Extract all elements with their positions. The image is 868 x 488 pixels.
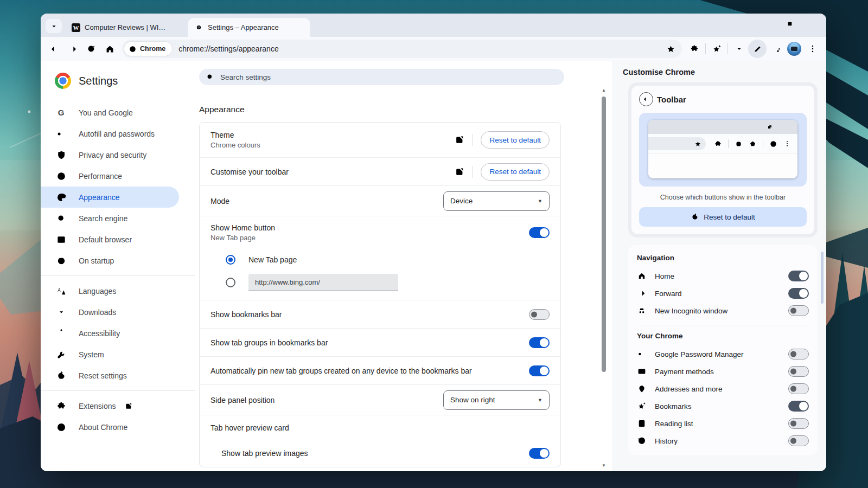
panel-back-button[interactable] <box>639 92 653 106</box>
radio-new-tab-page[interactable] <box>226 255 235 265</box>
incognito-toggle[interactable] <box>788 305 809 316</box>
browser-toolbar: Chrome chrome://settings/appearance <box>41 37 826 61</box>
search-settings-input[interactable] <box>219 73 558 82</box>
side-panel-position-select[interactable]: Show on right ▼ <box>443 390 550 410</box>
tab-settings[interactable]: Settings – Appearance <box>188 18 310 37</box>
menu-kebab-icon[interactable] <box>803 40 822 58</box>
url-text[interactable]: chrome://settings/appearance <box>178 44 666 53</box>
theme-title: Theme <box>210 131 446 139</box>
tab-search-button[interactable] <box>46 19 62 33</box>
panel-row-label: Home <box>655 272 780 280</box>
tab-close-icon[interactable] <box>295 23 305 33</box>
home-button[interactable] <box>100 40 119 58</box>
pentagon-icon <box>749 140 757 148</box>
search-settings-bar[interactable] <box>199 69 564 85</box>
reading-list-toggle[interactable] <box>788 418 809 429</box>
radio-label: New Tab page <box>248 255 297 264</box>
customize-chrome-pencil-icon[interactable] <box>748 40 767 58</box>
panel-reset-button[interactable]: Reset to default <box>639 207 807 227</box>
panel-row-label: Bookmarks <box>655 402 780 410</box>
panel-row-label: Addresses and more <box>655 385 780 393</box>
sidebar-item-performance[interactable]: Performance <box>41 165 195 187</box>
panel-close-icon[interactable] <box>806 68 814 76</box>
address-bar[interactable]: Chrome chrome://settings/appearance <box>122 40 682 58</box>
password-manager-toggle[interactable] <box>788 349 809 359</box>
new-tab-page-option[interactable]: New Tab page <box>200 249 560 271</box>
mini-browser-preview <box>648 120 797 178</box>
history-toggle[interactable] <box>788 435 809 446</box>
maximize-button[interactable] <box>777 14 802 34</box>
scrollbar-thumb[interactable] <box>602 97 606 372</box>
sidebar-item-privacy[interactable]: Privacy and security <box>41 144 195 165</box>
sidebar-item-downloads[interactable]: Downloads <box>41 301 195 323</box>
site-chip[interactable]: Chrome <box>124 42 172 56</box>
forward-button[interactable] <box>63 40 82 58</box>
sidebar-item-label: System <box>79 350 104 359</box>
sidebar-item-autofill[interactable]: Autofill and passwords <box>41 123 195 144</box>
your-chrome-section-title: Your Chrome <box>637 332 809 340</box>
reading-list-icon[interactable] <box>767 40 785 58</box>
sidebar-item-on-startup[interactable]: On startup <box>41 250 195 271</box>
theme-row: Theme Chrome colours Reset to default <box>200 123 560 157</box>
toolbar-preview <box>639 113 807 187</box>
sidebar-item-default-browser[interactable]: Default browser <box>41 229 195 250</box>
bookmarks-sparkle-icon[interactable] <box>707 40 726 58</box>
panel-scrollbar-thumb[interactable] <box>821 252 824 304</box>
sidebar-item-label: Accessibility <box>79 329 120 338</box>
forward-toggle[interactable] <box>788 288 809 299</box>
back-button[interactable] <box>45 40 63 58</box>
close-button[interactable] <box>802 14 826 34</box>
toolbar-reset-button[interactable]: Reset to default <box>481 163 550 181</box>
minimize-button[interactable] <box>753 14 777 34</box>
downloads-icon[interactable] <box>730 40 748 58</box>
mini-close-icon <box>783 124 790 130</box>
home-toggle[interactable] <box>788 271 809 281</box>
theme-reset-button[interactable]: Reset to default <box>481 131 550 149</box>
sidebar-item-label: Autofill and passwords <box>79 130 155 138</box>
bookmark-star-icon[interactable] <box>666 44 675 54</box>
tab-groups-toggle[interactable] <box>529 337 550 348</box>
external-link-icon[interactable] <box>454 134 465 145</box>
panel-row-label: New Incognito window <box>655 307 780 315</box>
browser-window: W Computer Reviews | WIRED Settings – Ap… <box>41 14 826 471</box>
tab-preview-toggle[interactable] <box>529 448 550 459</box>
panel-row-forward: Forward <box>637 285 809 302</box>
tab-title: Settings – Appearance <box>208 23 291 31</box>
radio-custom-url[interactable] <box>226 278 235 287</box>
mini-address-pill <box>648 137 706 150</box>
sidebar-item-languages[interactable]: Languages <box>41 280 195 301</box>
sidebar-item-system[interactable]: System <box>41 344 195 365</box>
sidebar-item-accessibility[interactable]: Accessibility <box>41 323 195 344</box>
scroll-down-arrow[interactable]: ▼ <box>601 463 607 468</box>
show-home-toggle[interactable] <box>529 227 550 238</box>
external-link-icon[interactable] <box>454 166 465 177</box>
main-scrollbar[interactable]: ▲ ▼ <box>601 88 607 468</box>
sidebar-item-you-and-google[interactable]: You and Google <box>41 102 195 123</box>
sidebar-item-reset-settings[interactable]: Reset settings <box>41 365 195 386</box>
accessibility-icon <box>56 328 67 339</box>
navigation-section-title: Navigation <box>637 254 809 262</box>
speedometer-icon <box>56 171 67 182</box>
sidebar-item-label: About Chrome <box>79 423 127 432</box>
tab-wired[interactable]: W Computer Reviews | WIRED <box>65 18 188 37</box>
mode-select[interactable]: Device ▼ <box>443 191 550 211</box>
custom-url-option[interactable] <box>200 271 560 294</box>
sidebar-item-extensions[interactable]: Extensions <box>41 395 195 416</box>
reload-button[interactable] <box>82 40 100 58</box>
payment-methods-toggle[interactable] <box>788 366 809 377</box>
profile-avatar[interactable] <box>787 42 801 56</box>
sidebar-item-about-chrome[interactable]: About Chrome <box>41 416 195 438</box>
custom-home-url-input[interactable] <box>248 274 398 291</box>
extensions-icon[interactable] <box>685 40 704 58</box>
sidebar-divider <box>41 390 195 391</box>
sidebar-item-search-engine[interactable]: Search engine <box>41 208 195 229</box>
scroll-up-arrow[interactable]: ▲ <box>601 88 607 93</box>
profile-icon <box>769 140 777 148</box>
new-tab-button[interactable] <box>315 18 330 34</box>
sidebar-item-appearance[interactable]: Appearance <box>41 187 179 208</box>
bookmarks-toggle[interactable] <box>788 401 809 412</box>
tab-close-icon[interactable] <box>173 23 182 33</box>
bookmarks-bar-toggle[interactable] <box>529 309 550 320</box>
auto-pin-toggle[interactable] <box>529 365 550 376</box>
addresses-toggle[interactable] <box>788 383 809 394</box>
